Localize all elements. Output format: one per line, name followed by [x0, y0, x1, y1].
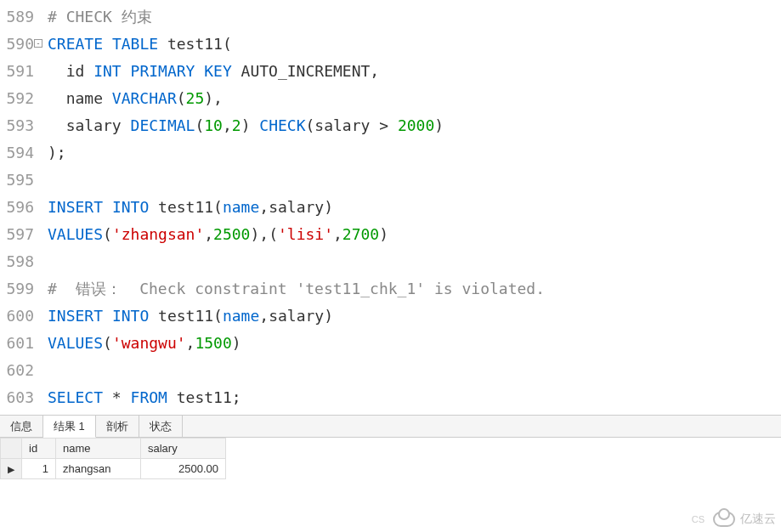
column-header-id[interactable]: id [22, 439, 56, 459]
watermark: CS 亿速云 [692, 512, 776, 527]
code-line[interactable]: # 错误： Check constraint 'test11_chk_1' is… [48, 275, 774, 303]
cell-id[interactable]: 1 [22, 459, 56, 479]
code-line[interactable]: id INT PRIMARY KEY AUTO_INCREMENT, [48, 58, 774, 85]
grid-header-row: idnamesalary [1, 439, 226, 459]
line-number: 597 [3, 221, 34, 248]
line-number: 592 [3, 85, 34, 112]
column-header-name[interactable]: name [56, 439, 141, 459]
line-number: 595 [3, 167, 34, 194]
line-number: 591 [3, 58, 34, 85]
watermark-cs: CS [692, 514, 705, 524]
table-row[interactable]: ▶1zhangsan2500.00 [1, 459, 226, 479]
code-content[interactable]: # CHECK 约束CREATE TABLE test11( id INT PR… [41, 0, 781, 415]
cell-name[interactable]: zhangsan [56, 459, 141, 479]
code-line[interactable]: # CHECK 约束 [48, 3, 774, 31]
row-marker: ▶ [1, 459, 22, 479]
code-line[interactable]: VALUES('zhangsan',2500),('lisi',2700) [48, 221, 774, 248]
tab-状态[interactable]: 状态 [139, 416, 183, 437]
tab-剖析[interactable]: 剖析 [96, 416, 139, 437]
code-line[interactable]: salary DECIMAL(10,2) CHECK(salary > 2000… [48, 112, 774, 139]
code-editor[interactable]: 589590-591592593594595596597598599600601… [0, 0, 781, 415]
fold-marker-icon[interactable]: - [34, 39, 42, 48]
line-number: 596 [3, 194, 34, 221]
results-tabs: 信息结果 1剖析状态 [0, 416, 781, 438]
tab-信息[interactable]: 信息 [0, 416, 43, 437]
line-number: 593 [3, 112, 34, 139]
column-header-salary[interactable]: salary [141, 439, 226, 459]
line-number: 589 [3, 3, 34, 31]
line-number-gutter: 589590-591592593594595596597598599600601… [0, 0, 41, 415]
code-line[interactable] [48, 248, 774, 275]
line-number: 601 [3, 330, 34, 357]
line-number: 594 [3, 139, 34, 167]
results-panel: 信息结果 1剖析状态 idnamesalary▶1zhangsan2500.00 [0, 415, 781, 479]
results-grid[interactable]: idnamesalary▶1zhangsan2500.00 [0, 438, 226, 479]
code-line[interactable]: ); [48, 139, 774, 167]
cell-salary[interactable]: 2500.00 [141, 459, 226, 479]
code-line[interactable]: CREATE TABLE test11( [48, 31, 774, 58]
watermark-text: 亿速云 [740, 512, 776, 527]
code-line[interactable] [48, 357, 774, 384]
code-line[interactable]: INSERT INTO test11(name,salary) [48, 194, 774, 221]
line-number: 600 [3, 303, 34, 330]
code-line[interactable] [48, 167, 774, 194]
tab-结果 1[interactable]: 结果 1 [43, 416, 96, 438]
line-number: 598 [3, 248, 34, 275]
row-header-blank [1, 439, 22, 459]
line-number: 599 [3, 275, 34, 303]
code-line[interactable]: INSERT INTO test11(name,salary) [48, 303, 774, 330]
code-line[interactable]: SELECT * FROM test11; [48, 384, 774, 411]
code-line[interactable]: VALUES('wangwu',1500) [48, 330, 774, 357]
line-number: 590- [3, 31, 34, 58]
line-number: 602 [3, 357, 34, 384]
line-number: 603 [3, 384, 34, 411]
code-line[interactable]: name VARCHAR(25), [48, 85, 774, 112]
cloud-icon [713, 512, 735, 527]
